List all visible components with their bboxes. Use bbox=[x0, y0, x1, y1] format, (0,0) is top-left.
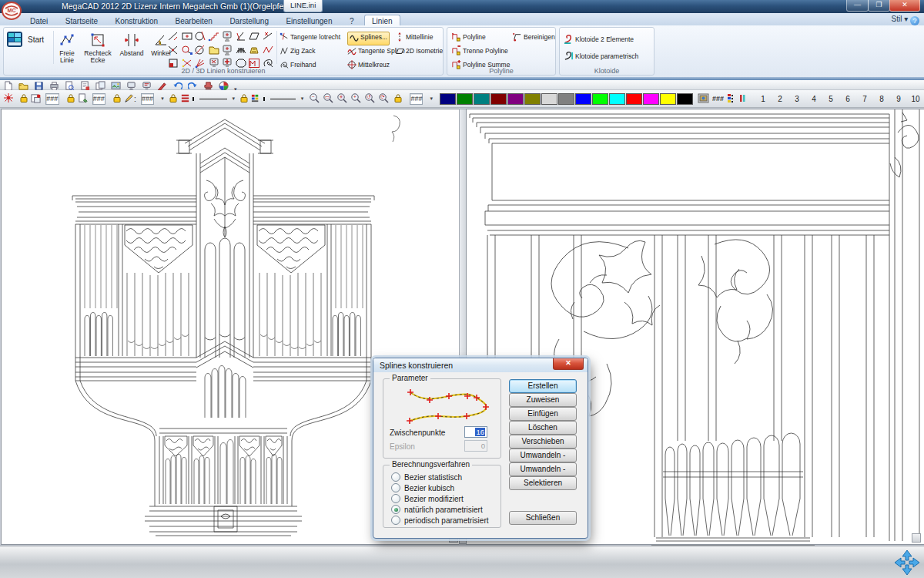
dropdown-icon[interactable]: ▾ bbox=[233, 96, 236, 102]
app-logo-icon[interactable]: MC bbox=[2, 1, 22, 21]
radio-bezier-statistisch[interactable]: Bezier statistisch bbox=[391, 472, 462, 482]
priority-8[interactable]: 8 bbox=[873, 95, 890, 103]
radio-bezier-modifiziert[interactable]: Bezier modifiziert bbox=[391, 494, 464, 504]
tool-trenne-polyline[interactable]: Trenne Polyline bbox=[451, 45, 511, 58]
group-field[interactable]: ### bbox=[45, 93, 59, 105]
linewidth-sample[interactable] bbox=[199, 99, 227, 99]
erstellen-button[interactable]: Erstellen bbox=[509, 379, 577, 393]
circle-tangent-icon[interactable] bbox=[194, 30, 206, 42]
priority-6[interactable]: 6 bbox=[839, 95, 856, 103]
einfuegen-button[interactable]: Einfügen bbox=[509, 407, 577, 421]
color-swatch[interactable] bbox=[440, 93, 456, 105]
dropdown-icon[interactable]: ▾ bbox=[161, 96, 164, 102]
layer-field[interactable]: ### bbox=[92, 93, 105, 105]
linetype-icon[interactable] bbox=[251, 93, 261, 105]
line-trim-icon[interactable] bbox=[262, 30, 274, 42]
priority-1[interactable]: 1 bbox=[755, 95, 772, 103]
color-swatch[interactable] bbox=[457, 93, 473, 105]
priority-3[interactable]: 3 bbox=[788, 95, 805, 103]
pen-field[interactable]: ### bbox=[141, 93, 154, 105]
color-swatch[interactable] bbox=[474, 93, 490, 105]
tool-klotoide-parametrisch[interactable]: Klotoide parametrisch bbox=[564, 51, 650, 63]
lock-icon[interactable] bbox=[393, 93, 403, 105]
priority-2[interactable]: 2 bbox=[772, 95, 788, 103]
scroll-corner-button[interactable] bbox=[912, 533, 921, 543]
lock-icon[interactable] bbox=[66, 93, 75, 105]
priority-9[interactable]: 9 bbox=[890, 95, 907, 103]
color-swatch[interactable] bbox=[626, 93, 642, 105]
color-swatch[interactable] bbox=[541, 93, 557, 105]
lock-icon[interactable] bbox=[169, 93, 178, 105]
circle-line-icon[interactable] bbox=[181, 44, 193, 56]
radio-bezier-kubisch[interactable]: Bezier kubisch bbox=[391, 483, 454, 493]
color-swatch[interactable] bbox=[643, 93, 659, 105]
rectangle-center-icon[interactable] bbox=[181, 30, 193, 42]
umwandeln-boegen-button[interactable]: Umwandeln - Bögen bbox=[509, 462, 577, 476]
pen-icon[interactable] bbox=[124, 93, 134, 105]
page-setup-icon[interactable] bbox=[80, 80, 90, 89]
color-manager-icon[interactable] bbox=[219, 80, 229, 89]
zwischenpunkte-input[interactable]: 16 bbox=[464, 426, 487, 438]
freie-linie-button[interactable]: Freie Linie bbox=[55, 30, 79, 64]
rechteck-ecke-button[interactable]: Rechteck Ecke bbox=[81, 30, 115, 64]
image-export-icon[interactable] bbox=[111, 80, 121, 89]
hatch-trapezoid-icon[interactable] bbox=[248, 44, 260, 56]
linewidth-icon[interactable] bbox=[180, 93, 190, 105]
layer-colors-icon[interactable] bbox=[727, 93, 736, 105]
zoom-out-icon[interactable]: − bbox=[309, 92, 320, 105]
lock-icon[interactable] bbox=[239, 93, 249, 105]
zoom-window-icon[interactable]: ▭ bbox=[323, 92, 333, 105]
style-dropdown[interactable]: Stil ▾ bbox=[892, 15, 909, 23]
open-file-icon[interactable] bbox=[18, 80, 28, 89]
plot-stamp-icon[interactable] bbox=[203, 80, 213, 89]
tool-splines-active[interactable]: Splines... bbox=[347, 32, 390, 45]
circle-cut-icon[interactable] bbox=[194, 44, 206, 56]
pattern-color-icon[interactable] bbox=[698, 93, 709, 105]
config-tab[interactable]: LINE.ini bbox=[283, 0, 323, 12]
help-icon[interactable]: ? bbox=[910, 16, 919, 25]
tool-polyline[interactable]: Polyline bbox=[451, 32, 511, 44]
more-dropdown-icon[interactable]: ▾ bbox=[234, 80, 243, 89]
tool-zig-zack[interactable]: Zig Zack bbox=[280, 45, 344, 58]
point-snap-icon[interactable] bbox=[3, 92, 14, 105]
dropdown-icon[interactable]: ▾ bbox=[301, 96, 304, 102]
print-preview-icon[interactable] bbox=[65, 80, 75, 89]
priority-5[interactable]: 5 bbox=[822, 95, 839, 103]
priority-10[interactable]: 10 bbox=[907, 95, 924, 103]
dialog-close-icon[interactable]: ✕ bbox=[553, 358, 584, 370]
color-swatch[interactable] bbox=[490, 93, 507, 105]
radio-natuerlich-parametrisiert[interactable]: natürlich parametrisiert bbox=[391, 505, 483, 515]
restore-button[interactable]: ❐ bbox=[868, 0, 890, 12]
color-swatch[interactable] bbox=[558, 93, 574, 105]
zigzag-icon[interactable] bbox=[262, 44, 274, 56]
schliessen-button[interactable]: Schließen bbox=[509, 511, 577, 525]
tool-tangente-lotrecht[interactable]: Tangente lotrecht bbox=[280, 32, 344, 44]
point-screen-icon[interactable] bbox=[221, 44, 233, 56]
zoom-redraw-icon[interactable]: ⟳ bbox=[378, 92, 389, 105]
screen-export2-icon[interactable] bbox=[142, 80, 152, 89]
lock-icon[interactable] bbox=[112, 93, 122, 105]
angle-line-icon[interactable] bbox=[235, 30, 247, 42]
pan-arrows-icon[interactable] bbox=[893, 549, 921, 576]
linetype-sample[interactable] bbox=[270, 99, 296, 99]
group-mode-icon[interactable] bbox=[31, 93, 41, 105]
parallelogram-icon[interactable] bbox=[248, 30, 260, 42]
color-field[interactable]: ### bbox=[410, 93, 423, 105]
tangent-line-icon[interactable] bbox=[167, 30, 179, 42]
abstand-button[interactable]: Abstand bbox=[116, 30, 147, 64]
color-swatch[interactable] bbox=[677, 93, 693, 105]
tool-klotoide-2-elemente[interactable]: Klotoide 2 Elemente bbox=[564, 34, 650, 46]
screen-export-icon[interactable] bbox=[126, 80, 136, 89]
color-swatch[interactable] bbox=[507, 93, 524, 105]
color-swatch[interactable] bbox=[524, 93, 541, 105]
color-swatch[interactable] bbox=[592, 93, 608, 105]
new-file-icon[interactable] bbox=[3, 80, 13, 89]
copy-view-icon[interactable] bbox=[95, 80, 105, 89]
redo-icon[interactable] bbox=[188, 80, 198, 89]
tool-2d-isometrie[interactable]: 2D Isometrie bbox=[395, 45, 440, 58]
radio-periodisch-parametrisiert[interactable]: periodisch parametrisiert bbox=[391, 516, 489, 526]
priority-4[interactable]: 4 bbox=[805, 95, 822, 103]
tool-mittellinie[interactable]: Mittellinie bbox=[395, 32, 440, 44]
point-line-icon[interactable] bbox=[221, 30, 233, 42]
lock-icon[interactable] bbox=[19, 93, 28, 105]
